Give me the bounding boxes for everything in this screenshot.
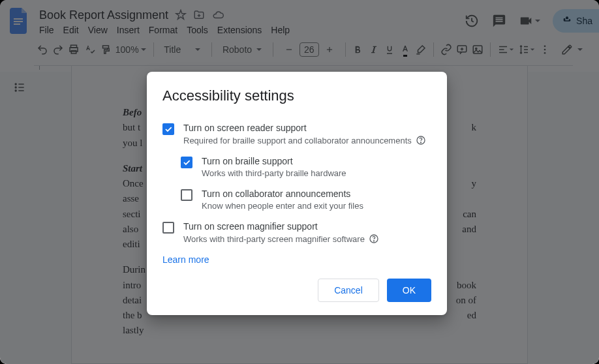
accessibility-dialog: Accessibility settings Turn on screen re… [147,72,447,315]
screen-reader-desc: Required for braille support and collabo… [183,135,426,145]
learn-more-link[interactable]: Learn more [162,254,209,265]
svg-point-32 [373,241,374,241]
collaborator-checkbox[interactable] [181,189,192,201]
magnifier-label: Turn on screen magnifier support [183,221,379,232]
help-icon[interactable] [369,234,379,244]
collaborator-desc: Know when people enter and exit your fil… [202,201,363,211]
help-icon[interactable] [416,135,426,145]
collaborator-label: Turn on collaborator announcements [202,189,363,199]
screen-reader-checkbox[interactable] [162,123,174,135]
ok-button[interactable]: OK [387,279,431,302]
braille-desc: Works with third-party braille hardware [202,168,346,178]
svg-point-30 [420,142,421,143]
cancel-button[interactable]: Cancel [318,279,379,302]
braille-checkbox[interactable] [181,157,192,168]
magnifier-checkbox[interactable] [162,222,174,234]
braille-label: Turn on braille support [202,156,346,166]
screen-reader-label: Turn on screen reader support [183,123,426,133]
magnifier-desc: Works with third-party screen magnifier … [183,234,379,244]
dialog-title: Accessibility settings [162,87,431,104]
